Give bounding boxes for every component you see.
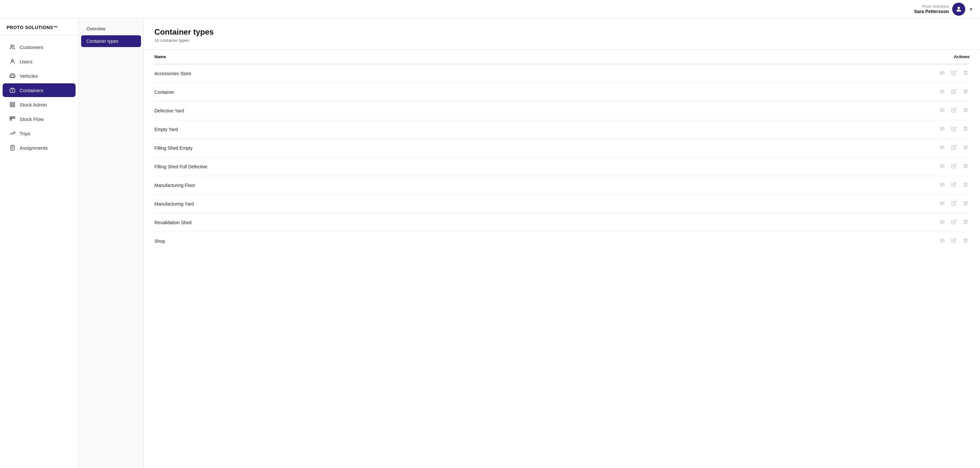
delete-icon[interactable] (962, 125, 969, 134)
topbar: Proto Solutions Sara Pettersson ▾ (0, 0, 980, 18)
page-header: Container types 10 container types (144, 18, 980, 50)
vehicles-icon (9, 73, 16, 79)
sidebar-item-assignments[interactable]: Assignments (3, 141, 76, 155)
user-menu[interactable]: Proto Solutions Sara Pettersson ▾ (914, 3, 972, 16)
sub-sidebar: OverviewContainer types (78, 18, 144, 468)
trips-icon (9, 130, 16, 136)
table-row: Filling Shed Empty (154, 139, 969, 157)
edit-icon[interactable] (950, 125, 958, 134)
stock-flow-icon (9, 116, 16, 122)
svg-point-27 (940, 127, 944, 130)
view-icon[interactable] (938, 87, 946, 97)
svg-point-38 (942, 221, 943, 222)
svg-point-25 (940, 108, 944, 111)
delete-icon[interactable] (962, 181, 969, 190)
table-row: Revalidation Shed (154, 213, 969, 232)
sidebar-item-containers[interactable]: Containers (3, 83, 76, 97)
svg-rect-14 (12, 117, 13, 118)
delete-icon[interactable] (962, 218, 969, 227)
row-name: Revalidation Shed (154, 213, 666, 232)
table-row: Defective Yard (154, 102, 969, 120)
delete-icon[interactable] (962, 199, 969, 208)
view-icon[interactable] (938, 125, 946, 134)
table-row: Empty Yard (154, 120, 969, 139)
edit-icon[interactable] (950, 236, 958, 246)
edit-icon[interactable] (950, 143, 958, 152)
stock-admin-icon (9, 102, 16, 108)
svg-rect-13 (10, 117, 12, 118)
user-info: Proto Solutions Sara Pettersson (914, 4, 949, 14)
edit-icon[interactable] (950, 87, 958, 97)
sidebar-item-users[interactable]: Users (3, 55, 76, 68)
row-name: Accessories Store (154, 64, 666, 83)
view-icon[interactable] (938, 106, 946, 115)
svg-point-1 (11, 45, 13, 47)
svg-point-35 (940, 201, 944, 205)
svg-point-30 (942, 147, 943, 148)
sidebar-item-stock-admin[interactable]: Stock Admin (3, 98, 76, 111)
svg-point-32 (942, 165, 943, 167)
chevron-down-icon: ▾ (970, 6, 972, 12)
view-icon[interactable] (938, 143, 946, 152)
svg-point-28 (942, 128, 943, 129)
sidebar-item-label: Vehicles (20, 73, 38, 79)
sidebar-item-label: Trips (20, 131, 30, 136)
col-name: Name (154, 50, 666, 64)
delete-icon[interactable] (962, 69, 969, 78)
svg-rect-11 (10, 105, 12, 107)
avatar[interactable] (952, 3, 965, 16)
view-icon[interactable] (938, 69, 946, 78)
edit-icon[interactable] (950, 162, 958, 171)
svg-point-33 (940, 183, 944, 186)
assignments-icon (9, 145, 16, 151)
sidebar-item-customers[interactable]: Customers (3, 40, 76, 54)
table-row: Manufacturing Floor (154, 176, 969, 195)
sidebar-item-vehicles[interactable]: Vehicles (3, 69, 76, 82)
view-icon[interactable] (938, 218, 946, 227)
row-name: Manufacturing Yard (154, 195, 666, 213)
table-row: Manufacturing Yard (154, 195, 969, 213)
edit-icon[interactable] (950, 218, 958, 227)
view-icon[interactable] (938, 199, 946, 208)
customers-icon (9, 44, 16, 50)
delete-icon[interactable] (962, 87, 969, 97)
svg-point-37 (940, 220, 944, 223)
containers-icon (9, 87, 16, 93)
edit-icon[interactable] (950, 199, 958, 208)
svg-point-21 (940, 71, 944, 74)
user-name: Sara Pettersson (914, 9, 949, 14)
svg-rect-12 (13, 105, 15, 107)
delete-icon[interactable] (962, 236, 969, 246)
row-name: Defective Yard (154, 102, 666, 120)
sub-sidebar-item-container-types[interactable]: Container types (81, 35, 141, 47)
sub-sidebar-item-overview[interactable]: Overview (81, 23, 141, 35)
view-icon[interactable] (938, 236, 946, 246)
view-icon[interactable] (938, 181, 946, 190)
sidebar-item-label: Containers (20, 87, 43, 93)
sidebar-item-trips[interactable]: Trips (3, 127, 76, 140)
svg-rect-3 (10, 75, 15, 78)
svg-point-23 (940, 90, 944, 93)
svg-rect-9 (10, 102, 12, 104)
users-icon (9, 59, 16, 64)
company-name: Proto Solutions (914, 4, 949, 9)
view-icon[interactable] (938, 162, 946, 171)
delete-icon[interactable] (962, 106, 969, 115)
edit-icon[interactable] (950, 69, 958, 78)
sidebar-item-label: Stock Admin (20, 102, 47, 108)
delete-icon[interactable] (962, 143, 969, 152)
edit-icon[interactable] (950, 106, 958, 115)
delete-icon[interactable] (962, 162, 969, 171)
table-row: Accessories Store (154, 64, 969, 83)
row-name: Filling Shed Empty (154, 139, 666, 157)
row-name: Empty Yard (154, 120, 666, 139)
page-subtitle: 10 container types (154, 38, 969, 43)
row-name: Shop (154, 232, 666, 251)
sidebar-item-stock-flow[interactable]: Stock Flow (3, 112, 76, 126)
svg-rect-10 (13, 102, 15, 104)
col-actions: Actions (666, 50, 969, 64)
sidebar-item-label: Customers (20, 44, 43, 50)
edit-icon[interactable] (950, 181, 958, 190)
svg-point-22 (942, 72, 943, 73)
sidebar-item-label: Assignments (20, 145, 48, 151)
